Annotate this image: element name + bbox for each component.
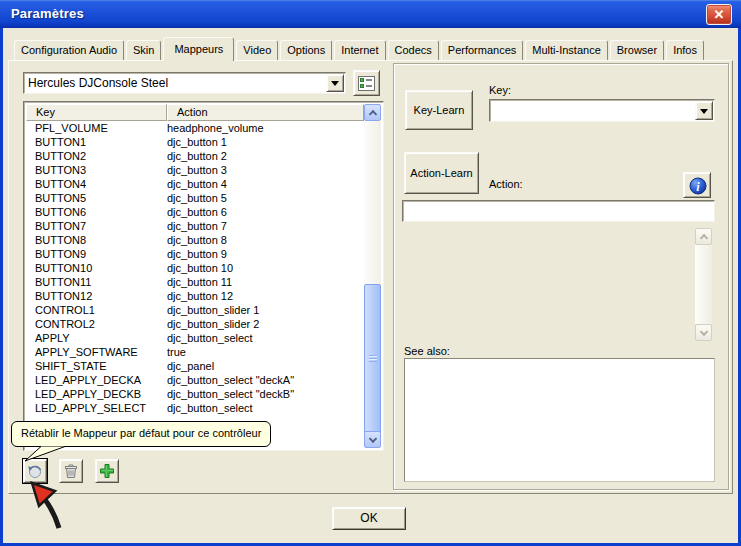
mapping-rows: PFL_VOLUMEheadphone_volume BUTTON1djc_bu… [26, 121, 364, 448]
chevron-up-icon [699, 233, 707, 241]
key-select-dropdown-button[interactable] [695, 101, 713, 120]
table-row[interactable]: BUTTON3djc_button 3 [26, 163, 364, 177]
cell-key: BUTTON7 [26, 219, 167, 233]
cell-action: true [167, 345, 364, 359]
table-row[interactable]: BUTTON1djc_button 1 [26, 135, 364, 149]
device-select-dropdown-button[interactable] [326, 74, 344, 92]
add-mapping-button[interactable] [95, 459, 119, 483]
cell-key: BUTTON4 [26, 177, 167, 191]
cell-key: BUTTON12 [26, 289, 167, 303]
cell-action: djc_button 5 [167, 191, 364, 205]
info-icon: i [689, 177, 707, 195]
mapper-properties-button[interactable] [353, 70, 380, 96]
table-row[interactable]: BUTTON8djc_button 8 [26, 233, 364, 247]
cell-action: djc_button 2 [167, 149, 364, 163]
key-learn-button[interactable]: Key-Learn [405, 90, 473, 130]
tab-multi-instance[interactable]: Multi-Instance [525, 40, 607, 60]
table-row[interactable]: APPLYdjc_button_select [26, 331, 364, 345]
plus-icon [99, 463, 115, 479]
tab-codecs[interactable]: Codecs [388, 40, 439, 60]
scroll-up-icon[interactable] [364, 104, 381, 121]
table-row[interactable]: BUTTON6djc_button 6 [26, 205, 364, 219]
table-row[interactable]: LED_APPLY_SELECTdjc_button_select [26, 401, 364, 415]
table-row[interactable]: BUTTON2djc_button 2 [26, 149, 364, 163]
cell-key: BUTTON6 [26, 205, 167, 219]
cell-action: djc_button 11 [167, 275, 364, 289]
action-doc-scrollbar[interactable] [695, 228, 712, 341]
close-icon[interactable]: ✕ [706, 4, 732, 25]
table-row[interactable]: LED_APPLY_DECKBdjc_button_select "deckB" [26, 387, 364, 401]
action-learn-button[interactable]: Action-Learn [404, 152, 479, 194]
table-row[interactable]: SHIFT_STATEdjc_panel [26, 359, 364, 373]
table-row[interactable]: BUTTON10djc_button 10 [26, 261, 364, 275]
action-info-button[interactable]: i [683, 172, 711, 198]
ok-button[interactable]: OK [332, 507, 406, 530]
tab-browser[interactable]: Browser [610, 40, 664, 60]
see-also-label: See also: [404, 345, 450, 357]
tab-strip: Configuration Audio Skin Mappeurs Video … [14, 37, 704, 60]
cell-action: djc_button_select "deckB" [167, 387, 364, 401]
device-select[interactable]: Hercules DJConsole Steel [23, 72, 346, 94]
action-input[interactable] [402, 200, 715, 222]
cell-key: BUTTON1 [26, 135, 167, 149]
scroll-down-icon[interactable] [364, 431, 381, 448]
table-row[interactable]: BUTTON7djc_button 7 [26, 219, 364, 233]
scroll-track[interactable] [695, 245, 712, 324]
tab-video[interactable]: Video [236, 40, 278, 60]
tab-configuration-audio[interactable]: Configuration Audio [14, 40, 124, 60]
cell-action: djc_button 10 [167, 261, 364, 275]
table-row[interactable]: BUTTON5djc_button 5 [26, 191, 364, 205]
cell-key: BUTTON3 [26, 163, 167, 177]
cell-action: djc_button_select "deckA" [167, 373, 364, 387]
cell-key: BUTTON8 [26, 233, 167, 247]
scroll-up-icon[interactable] [695, 228, 712, 245]
scroll-track[interactable] [364, 121, 381, 431]
tab-mappeurs[interactable]: Mappeurs [163, 37, 234, 61]
table-row[interactable]: LED_APPLY_DECKAdjc_button_select "deckA" [26, 373, 364, 387]
tab-internet[interactable]: Internet [334, 40, 385, 60]
scroll-thumb[interactable] [364, 284, 381, 434]
cell-action: djc_panel [167, 359, 364, 373]
cell-action: headphone_volume [167, 121, 364, 135]
cell-key: PFL_VOLUME [26, 121, 167, 135]
cell-key: LED_APPLY_DECKB [26, 387, 167, 401]
learn-group: Key-Learn Key: Action-Learn Action: [393, 63, 729, 490]
table-row[interactable]: CONTROL1djc_button_slider 1 [26, 303, 364, 317]
cell-key: BUTTON10 [26, 261, 167, 275]
titlebar[interactable]: Paramètres ✕ [0, 0, 741, 28]
mapping-list-scrollbar[interactable] [364, 104, 381, 448]
cell-key: BUTTON11 [26, 275, 167, 289]
tab-performances[interactable]: Performances [441, 40, 523, 60]
key-select[interactable] [489, 99, 715, 122]
table-row[interactable]: BUTTON11djc_button 11 [26, 275, 364, 289]
delete-mapping-button[interactable] [59, 459, 83, 483]
column-header-action[interactable]: Action [167, 104, 364, 121]
cell-key: CONTROL2 [26, 317, 167, 331]
column-header-key[interactable]: Key [26, 104, 167, 121]
table-row[interactable]: BUTTON12djc_button 12 [26, 289, 364, 303]
tab-skin[interactable]: Skin [126, 40, 161, 60]
scroll-down-icon[interactable] [695, 324, 712, 341]
mappeurs-tab-page: Hercules DJConsole Steel Key Action P [8, 60, 733, 494]
cell-key: APPLY_SOFTWARE [26, 345, 167, 359]
reset-mapper-default-button[interactable] [23, 459, 47, 483]
table-row[interactable]: PFL_VOLUMEheadphone_volume [26, 121, 364, 135]
cell-action: djc_button 1 [167, 135, 364, 149]
table-row[interactable]: CONTROL2djc_button_slider 2 [26, 317, 364, 331]
tab-infos[interactable]: Infos [666, 40, 704, 60]
cell-action: djc_button 9 [167, 247, 364, 261]
table-row[interactable]: BUTTON9djc_button 9 [26, 247, 364, 261]
table-row[interactable]: APPLY_SOFTWAREtrue [26, 345, 364, 359]
cell-action: djc_button 6 [167, 205, 364, 219]
table-row[interactable]: BUTTON4djc_button 4 [26, 177, 364, 191]
cell-key: CONTROL1 [26, 303, 167, 317]
tab-options[interactable]: Options [280, 40, 332, 60]
cell-key: BUTTON2 [26, 149, 167, 163]
cell-action: djc_button_select [167, 401, 364, 415]
cell-key: BUTTON9 [26, 247, 167, 261]
chevron-down-icon [331, 81, 339, 90]
key-label: Key: [489, 84, 511, 96]
chevron-down-icon [368, 434, 376, 442]
mapping-list-header: Key Action [26, 104, 364, 121]
see-also-listbox[interactable] [404, 358, 715, 482]
